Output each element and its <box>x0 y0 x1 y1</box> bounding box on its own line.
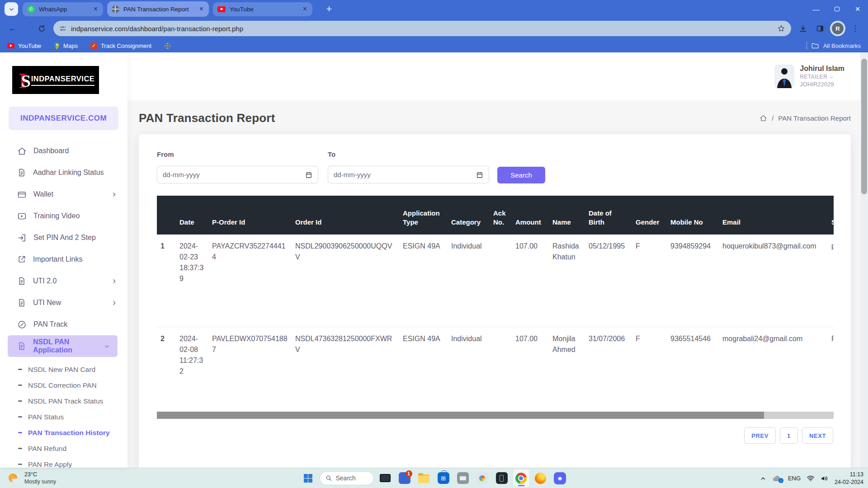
dash-icon <box>18 448 22 449</box>
sidebar-item-dashboard[interactable]: Dashboard <box>0 140 127 162</box>
window-controls: — × <box>806 0 868 18</box>
submenu-item-pan-re-apply[interactable]: PAN Re Apply <box>0 456 127 472</box>
sidebar-item-label: PAN Track <box>33 320 67 328</box>
sidebar-item-pan-track[interactable]: PAN Track <box>0 314 127 335</box>
sidebar-item-set-pin[interactable]: Set PIN And 2 Step <box>0 227 127 249</box>
firefox-button[interactable] <box>533 469 549 487</box>
submenu-item-nsdl-new-pan-card[interactable]: NSDL New PAN Card <box>0 361 127 377</box>
sidebar-item-important-links[interactable]: Important Links <box>0 249 127 270</box>
address-bar[interactable]: indpanservice.com/dashboard/pan-transact… <box>53 21 791 36</box>
downloads-button[interactable] <box>796 21 810 36</box>
speaker-icon[interactable] <box>821 475 829 482</box>
cell-name: Rashida Khatun <box>549 235 585 327</box>
next-page-button[interactable]: NEXT <box>802 427 833 444</box>
date-placeholder: dd-mm-yyyy <box>334 171 371 178</box>
bookmark-track-consignment[interactable]: ✓ Track Consignment <box>90 42 151 49</box>
tab-search-button[interactable] <box>5 2 18 16</box>
phone-app-button[interactable] <box>494 469 510 487</box>
page-scrollbar[interactable] <box>860 52 868 468</box>
site-settings-icon[interactable] <box>59 25 66 32</box>
submenu-label: PAN Refund <box>28 445 66 453</box>
chevron-up-icon[interactable] <box>760 475 766 482</box>
submenu-item-nsdl-pan-track-status[interactable]: NSDL PAN Track Status <box>0 393 127 409</box>
back-button[interactable]: ← <box>5 21 20 36</box>
bookmark-label: Track Consignment <box>101 42 151 49</box>
desktop-app-button[interactable] <box>377 469 393 487</box>
submenu-item-pan-transaction-history[interactable]: PAN Transaction History <box>0 425 127 441</box>
sidebar-item-uti-2[interactable]: UTI 2.0 <box>0 270 127 292</box>
close-tab-icon[interactable]: × <box>302 5 308 13</box>
breadcrumb: / PAN Transaction Report <box>760 114 851 122</box>
document-icon <box>17 277 26 286</box>
sidebar-item-aadhar-linking-status[interactable]: Aadhar Linking Status <box>0 162 127 183</box>
bookmark-star-icon[interactable] <box>777 24 785 33</box>
url-text[interactable]: indpanservice.com/dashboard/pan-transact… <box>71 25 773 33</box>
page-number-button[interactable]: 1 <box>780 427 798 444</box>
home-icon[interactable] <box>760 114 767 122</box>
submenu-item-pan-status[interactable]: PAN Status <box>0 409 127 425</box>
track-consignment-icon: ✓ <box>90 42 97 49</box>
chrome-button[interactable] <box>513 469 529 487</box>
bookmark-site[interactable] <box>164 42 171 49</box>
onedrive-tray-button[interactable]: i <box>772 475 782 482</box>
submenu-item-nsdl-correction-pan[interactable]: NSDL Correction PAN <box>0 377 127 393</box>
phone-icon <box>496 472 508 484</box>
close-tab-icon[interactable]: × <box>93 5 99 13</box>
close-window-button[interactable]: × <box>847 0 868 18</box>
horizontal-scrollbar-thumb[interactable] <box>157 412 764 419</box>
tab-whatsapp[interactable]: ✆ WhatsApp × <box>23 2 103 16</box>
brand-banner[interactable]: INDPANSERVICE.COM <box>9 107 118 130</box>
user-role[interactable]: RETAILER <box>800 74 844 81</box>
close-tab-icon[interactable]: × <box>198 5 204 13</box>
to-date-input[interactable]: dd-mm-yyyy <box>328 166 489 183</box>
bookmark-maps[interactable]: Maps <box>54 42 78 50</box>
maximize-button[interactable] <box>826 0 847 18</box>
reload-button[interactable] <box>34 21 49 36</box>
cell-date: 2024-02-23 18:37:39 <box>176 235 208 327</box>
sidebar-item-training-video[interactable]: Training Video <box>0 205 127 227</box>
language-indicator[interactable]: ENG <box>788 475 801 482</box>
browser-menu-button[interactable]: ⋮ <box>848 21 863 36</box>
calendar-icon[interactable] <box>476 171 483 178</box>
discord-button[interactable]: ☻ <box>552 469 568 487</box>
minimize-button[interactable]: — <box>806 0 826 18</box>
teams-chat-button[interactable]: 👤 1 <box>396 469 413 487</box>
tab-pan-transaction-report[interactable]: PAN Transaction Report × <box>107 1 209 17</box>
table-horizontal-scrollbar[interactable] <box>157 412 834 419</box>
tab-youtube[interactable]: YouTube × <box>213 2 312 16</box>
from-date-input[interactable]: dd-mm-yyyy <box>157 166 318 183</box>
col-p-order-id: P-Order Id <box>208 196 292 235</box>
submenu-item-pan-refund[interactable]: PAN Refund <box>0 441 127 456</box>
search-button[interactable]: Search <box>497 167 545 183</box>
calendar-icon[interactable] <box>305 171 312 178</box>
taskbar-search[interactable]: Search <box>320 471 374 485</box>
to-date-group: To dd-mm-yyyy <box>328 150 489 183</box>
prev-page-button[interactable]: PREV <box>744 427 776 444</box>
app-header: Johirul Islam RETAILER JOHIR22029 <box>127 52 868 100</box>
photos-app-button[interactable] <box>474 469 491 487</box>
side-panel-button[interactable] <box>813 21 827 36</box>
page-title: PAN Transaction Report <box>139 111 275 125</box>
site-logo[interactable]: IS INDPANSERVICE <box>12 66 99 94</box>
clock[interactable]: 11:13 24-02-2024 <box>835 471 863 486</box>
file-explorer-button[interactable] <box>416 469 432 487</box>
new-tab-button[interactable]: + <box>323 3 335 15</box>
sidebar-item-uti-new[interactable]: UTI New <box>0 292 127 314</box>
compass-icon <box>17 320 27 329</box>
forward-button[interactable]: → <box>20 21 34 36</box>
taskbar: 23°C Mostly sunny Search 👤 1 ⊞ ☻ i EN <box>0 468 868 488</box>
sidebar: IS INDPANSERVICE INDPANSERVICE.COM Dashb… <box>0 52 127 468</box>
user-menu[interactable]: Johirul Islam RETAILER JOHIR22029 <box>774 64 844 88</box>
external-link-icon <box>17 255 26 264</box>
profile-avatar[interactable]: R <box>830 21 845 36</box>
bookmark-youtube[interactable]: YouTube <box>7 42 41 49</box>
sidebar-item-nsdl-pan-application[interactable]: NSDL PAN Application <box>8 335 118 357</box>
whatsapp-icon: ✆ <box>27 5 35 13</box>
start-button[interactable] <box>300 469 316 487</box>
vertical-scrollbar-thumb[interactable] <box>861 59 867 194</box>
sidebar-item-wallet[interactable]: Wallet <box>0 183 127 205</box>
wifi-icon[interactable] <box>807 475 815 482</box>
printer-app-button[interactable] <box>455 469 471 487</box>
microsoft-store-button[interactable]: ⊞ <box>435 469 452 487</box>
all-bookmarks[interactable]: All Bookmarks <box>807 42 861 49</box>
